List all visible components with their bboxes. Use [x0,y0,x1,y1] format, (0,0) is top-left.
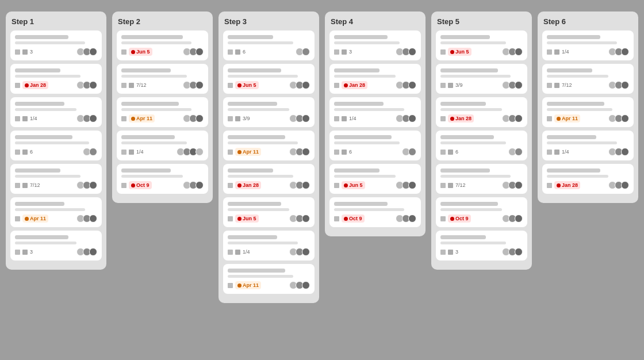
avatar [621,81,629,89]
card[interactable]: 1/4 [223,231,315,261]
card-meta: 7/12 [547,82,572,88]
card[interactable]: 3 [436,231,527,261]
card-subtitle [440,108,502,111]
card[interactable]: 3 [10,231,102,261]
date-dot [344,83,348,87]
eye-icon [15,250,20,255]
card[interactable]: 3 [329,30,421,60]
eye-icon [547,49,552,55]
card[interactable]: Apr 11 [542,97,634,127]
avatar [302,114,310,122]
card[interactable]: Apr 11 [223,131,315,160]
card[interactable]: 7/12 [542,64,634,94]
card-title-bar [440,68,498,72]
date-badge: Apr 11 [235,148,261,156]
check-icon [342,116,347,121]
avatar [408,81,416,89]
card[interactable]: Jan 28 [10,64,102,94]
card[interactable]: Jan 28 [223,164,315,194]
card[interactable]: 1/4 [329,97,421,127]
card-title-bar [228,235,277,239]
avatar-group [402,148,416,156]
avatar [302,81,310,89]
column-title: Step 3 [223,17,315,26]
date-dot [237,83,241,87]
card[interactable]: Jan 28 [436,97,527,127]
card-footer: Oct 9 [334,215,416,223]
card-title-bar [121,135,175,139]
card[interactable]: Jun 5 [117,30,208,60]
avatar-group [289,114,310,122]
card-title-bar [547,168,600,173]
card-subtitle [121,141,187,144]
card-title-bar [334,202,388,206]
card[interactable]: Apr 11 [117,97,208,127]
card-subtitle [334,108,404,111]
date-dot [237,150,241,154]
card[interactable]: 1/4 [10,97,102,127]
card[interactable]: Oct 9 [329,197,421,227]
avatar-group [296,48,310,56]
card[interactable]: 1/4 [542,131,634,160]
card[interactable]: 1/4 [117,131,208,160]
card[interactable]: Apr 11 [10,197,102,227]
date-badge: Oct 9 [342,215,365,223]
avatar-group [502,81,523,89]
card[interactable]: 7/12 [117,64,208,94]
card[interactable]: 7/12 [10,164,102,194]
card-meta: Jun 5 [334,181,365,189]
card[interactable]: 3/9 [436,64,527,94]
card-footer: Jun 5 [440,48,523,56]
card-title-bar [334,135,392,139]
card-footer: 1/4 [121,148,204,156]
avatar [89,148,97,156]
card[interactable]: Jun 5 [436,30,527,60]
card-meta: 7/12 [121,82,147,88]
card-meta: Apr 11 [15,215,48,223]
eye-icon [547,150,552,155]
card[interactable]: 7/12 [436,164,527,194]
link-icon [235,49,240,55]
card[interactable]: 6 [10,131,102,160]
card-subtitle [228,108,289,111]
eye-icon [334,183,339,188]
card-footer: Jun 5 [228,81,310,89]
avatar-group [502,215,523,223]
card-meta: 1/4 [228,249,250,255]
check-icon [554,49,559,55]
card[interactable]: Oct 9 [436,197,527,227]
card[interactable]: Oct 9 [117,164,208,194]
card-title-bar [440,202,498,206]
avatar-group [608,81,629,89]
column-step5: Step 5Jun 53/9Jan 2867/12Oct 93 [431,12,532,270]
card-meta: 1/4 [121,149,144,155]
card-meta: Jun 5 [228,81,259,89]
avatar-group [83,148,97,156]
card[interactable]: 1/4 [542,30,634,60]
avatar [515,248,523,256]
card[interactable]: 6 [436,131,527,160]
card-meta: Oct 9 [440,215,471,223]
card[interactable]: 3 [10,30,102,60]
card[interactable]: Apr 11 [223,264,315,294]
column-title: Step 2 [117,17,208,26]
meta-count: 7/12 [136,82,147,88]
date-badge: Apr 11 [129,114,155,122]
card[interactable]: 3/9 [223,97,315,127]
card[interactable]: Jun 5 [223,64,315,94]
card-meta: Jun 5 [228,215,259,223]
card[interactable]: Jun 5 [223,197,315,227]
card[interactable]: 6 [223,30,315,60]
card[interactable]: Jan 28 [542,164,634,194]
card-subtitle [547,175,608,178]
eye-icon [121,83,126,88]
card-meta: 3 [15,49,33,55]
card[interactable]: Jun 5 [329,164,421,194]
eye-icon [440,216,446,221]
avatar [408,148,416,156]
avatar [515,114,523,122]
card[interactable]: Jan 28 [329,64,421,94]
card[interactable]: 6 [329,131,421,160]
card-footer: 1/4 [334,114,416,122]
card-subtitle [334,141,400,144]
